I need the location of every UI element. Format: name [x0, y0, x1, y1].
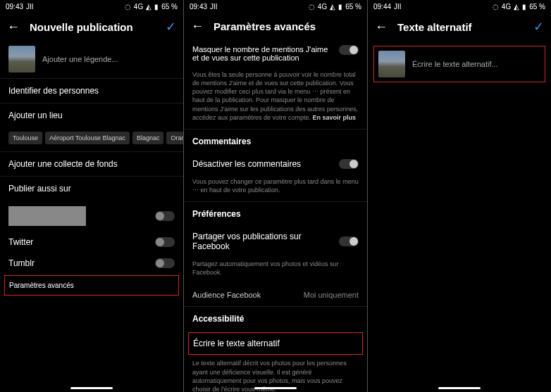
- learn-more-link[interactable]: En savoir plus: [313, 114, 357, 121]
- confirm-check-icon[interactable]: ✓: [166, 19, 176, 34]
- signal-icon: ◭: [146, 3, 151, 11]
- location-chip[interactable]: Aéroport Toulouse Blagnac: [45, 132, 130, 144]
- status-icons: JII: [210, 3, 218, 11]
- hide-likes-desc: Vous êtes la seule personne à pouvoir vo…: [184, 68, 367, 129]
- nav-handle[interactable]: [254, 387, 297, 389]
- clock: 09:43: [190, 3, 207, 11]
- status-icons: JII: [394, 3, 402, 11]
- photo-thumbnail[interactable]: [8, 46, 35, 72]
- back-arrow-icon[interactable]: ←: [7, 20, 20, 34]
- header: ← Paramètres avancés: [184, 13, 367, 39]
- toggle[interactable]: [155, 237, 175, 247]
- toggle[interactable]: [339, 236, 359, 246]
- screen-alt-text: 09:44JII ◌4G◭▮65 % ← Texte alternatif ✓ …: [368, 0, 551, 392]
- location-chip[interactable]: Toulouse: [8, 132, 42, 144]
- share-twitter-row[interactable]: Twitter: [0, 232, 183, 253]
- disable-comments-desc: Vous pouvez changer ce paramètre plus ta…: [184, 175, 367, 201]
- share-tumblr-row[interactable]: Tumblr: [0, 253, 183, 274]
- battery: 65 %: [529, 3, 545, 11]
- toggle[interactable]: [339, 159, 359, 169]
- status-bar: 09:44JII ◌4G◭▮65 %: [368, 0, 551, 13]
- toggle[interactable]: [155, 258, 175, 268]
- clock: 09:44: [373, 3, 391, 11]
- write-alt-row[interactable]: Écrire le texte alternatif: [189, 333, 362, 354]
- signal-icon: ◭: [514, 3, 519, 11]
- caption-row[interactable]: Ajouter une légende...: [0, 40, 183, 78]
- alt-text-input[interactable]: Écrire le texte alternatif...: [412, 60, 498, 68]
- location-chip[interactable]: Orange: [166, 132, 183, 144]
- caption-placeholder: Ajouter une légende...: [42, 55, 118, 63]
- toggle[interactable]: [339, 45, 359, 55]
- circle-icon: ◌: [125, 3, 131, 11]
- network: 4G: [502, 3, 511, 11]
- clock: 09:43: [6, 3, 23, 11]
- back-arrow-icon[interactable]: ←: [375, 20, 388, 34]
- photo-thumbnail[interactable]: [378, 51, 405, 77]
- nav-handle[interactable]: [438, 387, 481, 389]
- status-icons: JII: [26, 3, 34, 11]
- write-alt-highlight: Écrire le texte alternatif: [188, 332, 363, 355]
- fb-audience-value: Moi uniquement: [304, 291, 359, 299]
- comments-heading: Commentaires: [184, 129, 367, 153]
- battery: 65 %: [345, 3, 361, 11]
- status-bar: 09:43JII ◌4G◭▮65 %: [184, 0, 367, 13]
- screen-advanced-settings: 09:43JII ◌4G◭▮65 % ← Paramètres avancés …: [184, 0, 367, 392]
- location-suggestions: Toulouse Aéroport Toulouse Blagnac Blagn…: [0, 127, 183, 151]
- redacted-account: [8, 206, 86, 226]
- location-chip[interactable]: Blagnac: [132, 132, 164, 144]
- write-alt-label: Écrire le texte alternatif: [193, 339, 280, 348]
- twitter-label: Twitter: [8, 237, 33, 247]
- disable-comments-label: Désactiver les commentaires: [192, 159, 301, 169]
- advanced-settings-highlight: Paramètres avancés: [4, 275, 179, 296]
- advanced-settings-row[interactable]: Paramètres avancés: [5, 276, 178, 295]
- share-redacted-row[interactable]: [0, 201, 183, 232]
- screen-new-post: 09:43JII ◌4G◭▮65 % ← Nouvelle publicatio…: [0, 0, 183, 392]
- disable-comments-row[interactable]: Désactiver les commentaires: [184, 153, 367, 175]
- network: 4G: [318, 3, 327, 11]
- confirm-check-icon[interactable]: ✓: [533, 19, 544, 34]
- tag-people-row[interactable]: Identifier des personnes: [0, 78, 183, 103]
- hide-likes-label: Masquer le nombre de mentions J'aime et …: [192, 45, 339, 62]
- battery: 65 %: [161, 3, 178, 11]
- fb-audience-label: Audience Facebook: [192, 291, 261, 299]
- tumblr-label: Tumblr: [8, 258, 35, 268]
- header: ← Nouvelle publication ✓: [0, 13, 183, 40]
- battery-icon: ▮: [338, 3, 342, 11]
- add-location-row[interactable]: Ajouter un lieu: [0, 103, 183, 127]
- share-fb-desc: Partagez automatiquement vos photos et v…: [184, 257, 367, 284]
- share-fb-label: Partager vos publications sur Facebook: [192, 232, 339, 251]
- circle-icon: ◌: [493, 3, 499, 11]
- fb-audience-row[interactable]: Audience Facebook Moi uniquement: [184, 284, 367, 306]
- network: 4G: [134, 3, 143, 11]
- signal-icon: ◭: [330, 3, 335, 11]
- publish-also-label: Publier aussi sur: [0, 176, 183, 201]
- toggle[interactable]: [155, 211, 175, 221]
- prefs-heading: Préférences: [184, 201, 367, 226]
- hide-likes-row[interactable]: Masquer le nombre de mentions J'aime et …: [184, 39, 367, 68]
- circle-icon: ◌: [309, 3, 315, 11]
- share-fb-row[interactable]: Partager vos publications sur Facebook: [184, 226, 367, 257]
- page-title: Nouvelle publication: [30, 21, 156, 33]
- battery-icon: ▮: [154, 3, 159, 11]
- header: ← Texte alternatif ✓: [368, 13, 551, 40]
- nav-handle[interactable]: [70, 387, 113, 389]
- alt-text-input-highlight: Écrire le texte alternatif...: [373, 46, 545, 82]
- page-title: Paramètres avancés: [213, 20, 360, 32]
- status-bar: 09:43JII ◌4G◭▮65 %: [0, 0, 183, 13]
- back-arrow-icon[interactable]: ←: [191, 19, 204, 34]
- battery-icon: ▮: [522, 3, 526, 11]
- add-fundraiser-row[interactable]: Ajouter une collecte de fonds: [0, 151, 183, 176]
- page-title: Texte alternatif: [397, 21, 524, 33]
- a11y-heading: Accessibilité: [184, 306, 367, 331]
